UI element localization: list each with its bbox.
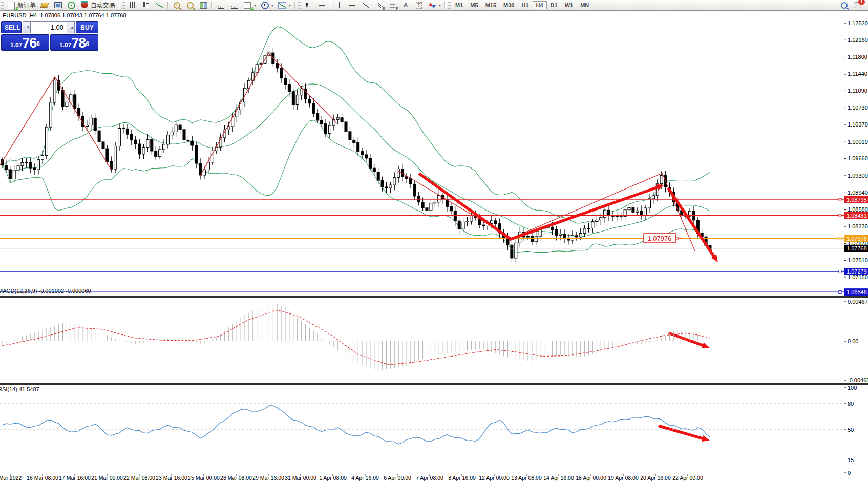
svg-text:MACD(12,26,9) -0.001002 -0.000: MACD(12,26,9) -0.001002 -0.000060 bbox=[0, 288, 91, 294]
timeframe-m1-button[interactable]: M1 bbox=[452, 1, 467, 9]
svg-text:1.07150: 1.07150 bbox=[848, 274, 868, 280]
svg-text:12 Apr 00:00: 12 Apr 00:00 bbox=[479, 475, 510, 481]
channel-tool-button[interactable]: E bbox=[372, 1, 386, 10]
line-chart-mode-button[interactable] bbox=[153, 1, 166, 10]
zoom-out-button[interactable]: − bbox=[183, 1, 197, 10]
svg-text:7 Apr 08:00: 7 Apr 08:00 bbox=[416, 475, 443, 481]
svg-text:16 Mar 08:00: 16 Mar 08:00 bbox=[27, 475, 58, 481]
timeframe-m5-button[interactable]: M5 bbox=[467, 1, 481, 9]
trendline-tool-button[interactable] bbox=[359, 1, 372, 10]
time-axis[interactable]: Mar 202216 Mar 08:0017 Mar 16:0021 Mar 0… bbox=[0, 474, 703, 481]
volume-input[interactable] bbox=[30, 21, 67, 33]
volume-increase-button[interactable]: ▲ bbox=[67, 21, 75, 33]
timeframe-w1-button[interactable]: W1 bbox=[561, 1, 577, 9]
svg-text:100: 100 bbox=[848, 385, 857, 391]
svg-text:13 Apr 08:00: 13 Apr 08:00 bbox=[511, 475, 542, 481]
svg-text:1.09660: 1.09660 bbox=[848, 155, 868, 161]
svg-text:1.07976: 1.07976 bbox=[648, 235, 672, 242]
navigator-button[interactable] bbox=[51, 1, 65, 10]
timeframe-m30-button[interactable]: M30 bbox=[500, 1, 518, 9]
new-order-button[interactable]: 新订单 bbox=[5, 1, 38, 10]
search-button[interactable] bbox=[837, 1, 851, 10]
chart-shift-button[interactable] bbox=[227, 1, 241, 10]
toolbar-grip[interactable] bbox=[1, 2, 4, 9]
cursor-tool-button[interactable] bbox=[302, 1, 315, 10]
macd-axis: 0.0046780.00-0.004657 bbox=[844, 299, 868, 383]
svg-text:1.08230: 1.08230 bbox=[848, 223, 868, 229]
svg-text:22 Mar 08:00: 22 Mar 08:00 bbox=[123, 475, 155, 481]
timeframe-h1-button[interactable]: H1 bbox=[518, 1, 532, 9]
svg-text:29 Mar 16:00: 29 Mar 16:00 bbox=[252, 475, 284, 481]
horizontal-line-icon bbox=[348, 1, 357, 9]
toolbar-separator bbox=[211, 2, 213, 9]
candlestick-mode-button[interactable] bbox=[139, 1, 153, 10]
candlestick-icon bbox=[141, 1, 151, 9]
buy-price-pip: 6 bbox=[86, 35, 89, 53]
sell-price-prefix: 1.07 bbox=[10, 40, 22, 50]
svg-text:1.07768: 1.07768 bbox=[846, 245, 867, 252]
navigator-icon bbox=[53, 1, 62, 9]
timeframe-m15-button[interactable]: M15 bbox=[482, 1, 500, 9]
fibonacci-icon: F bbox=[388, 1, 397, 9]
svg-text:14 Apr 16:00: 14 Apr 16:00 bbox=[543, 475, 574, 481]
auto-trading-label: 自动交易 bbox=[91, 1, 115, 10]
bar-chart-mode-button[interactable] bbox=[126, 1, 139, 10]
timeframe-h4-button[interactable]: H4 bbox=[533, 1, 547, 9]
buy-price-box[interactable]: 1.07786 bbox=[50, 34, 98, 51]
crosshair-tool-button[interactable] bbox=[315, 1, 328, 10]
pane-separators[interactable] bbox=[0, 10, 868, 474]
periods-button[interactable]: ▾ bbox=[258, 1, 276, 10]
notification-badge: 1 bbox=[858, 0, 865, 5]
notifications-button[interactable]: 1 bbox=[851, 1, 864, 10]
svg-text:1.07976: 1.07976 bbox=[846, 236, 867, 242]
svg-text:Mar 2022: Mar 2022 bbox=[0, 475, 22, 481]
templates-button[interactable]: ▾ bbox=[276, 1, 293, 10]
sell-button[interactable]: SELL bbox=[1, 21, 22, 33]
timeframe-d1-button[interactable]: D1 bbox=[547, 1, 561, 9]
svg-text:1.09300: 1.09300 bbox=[848, 173, 868, 179]
svg-text:1.07279: 1.07279 bbox=[846, 268, 867, 275]
zoom-out-icon: − bbox=[185, 1, 195, 9]
buy-button[interactable]: BUY bbox=[76, 21, 98, 33]
dropdown-arrow-icon: ▾ bbox=[271, 3, 273, 8]
tile-windows-button[interactable] bbox=[197, 1, 210, 10]
timeframe-mn-button[interactable]: MN bbox=[577, 1, 592, 9]
text-icon: A bbox=[401, 1, 410, 9]
buy-price-big: 78 bbox=[71, 36, 86, 50]
text-tool-button[interactable]: A bbox=[399, 1, 412, 10]
rsi-pane: RSI(14) 41.5487 bbox=[0, 386, 844, 460]
svg-text:1.11440: 1.11440 bbox=[848, 71, 867, 77]
new-order-icon bbox=[7, 1, 16, 9]
terminal-button[interactable] bbox=[65, 1, 78, 10]
text-label-tool-button[interactable]: T bbox=[412, 1, 426, 10]
fibonacci-tool-button[interactable]: F bbox=[386, 1, 399, 10]
toolbar-separator bbox=[444, 2, 446, 9]
auto-scroll-button[interactable] bbox=[214, 1, 227, 10]
toolbar-grip[interactable] bbox=[448, 2, 451, 9]
new-chart-button[interactable]: ▾ bbox=[241, 1, 258, 10]
toolbar-grip[interactable] bbox=[122, 2, 125, 9]
svg-text:19 Apr 08:00: 19 Apr 08:00 bbox=[608, 475, 639, 481]
market-watch-button[interactable] bbox=[38, 1, 51, 10]
volume-decrease-button[interactable]: ▼ bbox=[23, 21, 31, 33]
sell-price-box[interactable]: 1.07768 bbox=[1, 34, 49, 51]
svg-text:25 Mar 00:00: 25 Mar 00:00 bbox=[188, 475, 220, 481]
chart-shift-icon bbox=[229, 1, 239, 9]
svg-text:17 Mar 16:00: 17 Mar 16:00 bbox=[59, 475, 91, 481]
market-watch-icon bbox=[40, 1, 49, 9]
dropdown-arrow-icon: ▾ bbox=[439, 3, 441, 8]
vertical-line-tool-button[interactable] bbox=[332, 1, 346, 10]
arrows-tool-button[interactable]: ▾ bbox=[426, 1, 443, 10]
price-axis[interactable]: 1.125201.121601.118001.114401.110901.107… bbox=[844, 20, 868, 296]
horizontal-line-tool-button[interactable] bbox=[346, 1, 359, 10]
zoom-in-button[interactable]: + bbox=[170, 1, 183, 10]
svg-text:6 Apr 00:00: 6 Apr 00:00 bbox=[384, 475, 411, 481]
auto-trading-button[interactable]: 自动交易 bbox=[78, 1, 117, 10]
svg-text:1.08940: 1.08940 bbox=[848, 190, 868, 196]
svg-text:23 Mar 16:00: 23 Mar 16:00 bbox=[156, 475, 187, 481]
price-callout-box[interactable]: 1.07976 bbox=[644, 234, 684, 243]
new-chart-icon bbox=[243, 1, 252, 9]
toolbar-grip[interactable] bbox=[298, 2, 301, 9]
chart-ohlc-readout: EURUSD-,H4 1.07806 1.07843 1.07764 1.077… bbox=[3, 12, 126, 18]
svg-text:1.11800: 1.11800 bbox=[848, 54, 867, 60]
